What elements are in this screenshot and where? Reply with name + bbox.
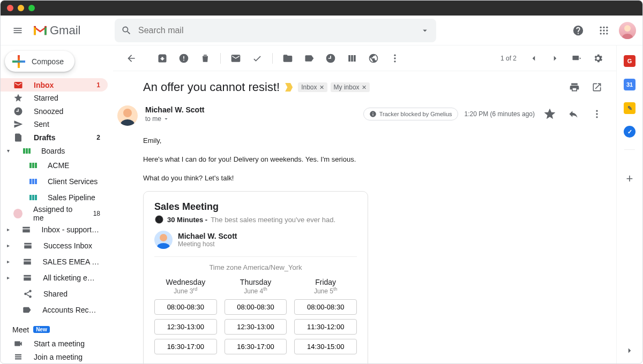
report-spam-button[interactable]: [174, 49, 193, 68]
svg-point-1: [603, 26, 604, 28]
search-input[interactable]: [138, 26, 414, 35]
sidebar-item-shared[interactable]: ▸SALES EMEA Inbox: [1, 254, 108, 270]
sidebar-item-snoozed[interactable]: Snoozed: [1, 104, 108, 118]
labels-button[interactable]: [300, 49, 319, 68]
calendar-addon-icon[interactable]: 31: [624, 79, 635, 90]
caret-down-icon: ▾: [7, 148, 12, 154]
toolbar: 1 of 2: [113, 46, 616, 71]
keep-addon-icon[interactable]: ✎: [624, 102, 635, 114]
input-tools-button[interactable]: [567, 49, 586, 68]
time-slot-button[interactable]: 11:30-12:00: [294, 319, 357, 335]
time-slot-button[interactable]: 14:30-15:00: [294, 339, 357, 354]
window-maximize-button[interactable]: [28, 5, 35, 11]
collapse-rail-button[interactable]: [625, 346, 634, 357]
sidebar-item-starred[interactable]: Starred: [1, 92, 108, 105]
drafts-count: 2: [96, 134, 100, 141]
reply-button[interactable]: [565, 105, 582, 123]
sidebar-item-assigned[interactable]: Assigned to me 18: [1, 206, 108, 222]
meet-section-header: Meet New: [1, 318, 113, 337]
sidebar-item-shared[interactable]: Shared: [1, 286, 108, 302]
back-button[interactable]: [122, 49, 141, 68]
search-bar[interactable]: [115, 19, 436, 42]
compose-button[interactable]: Compose: [5, 51, 74, 72]
get-addons-button[interactable]: +: [626, 172, 633, 186]
timestamp: 1:20 PM (6 minutes ago): [465, 110, 535, 118]
sidebar-item-drafts[interactable]: Drafts 2: [1, 131, 108, 145]
delete-button[interactable]: [196, 49, 215, 68]
recipient-line[interactable]: to me: [145, 115, 356, 123]
search-dropdown-icon[interactable]: [420, 26, 430, 35]
time-slot-button[interactable]: 16:30-17:00: [225, 339, 287, 354]
sender-avatar[interactable]: [117, 105, 138, 126]
board-icon: [29, 163, 37, 168]
apps-grid-button[interactable]: [593, 20, 615, 41]
time-slot-button[interactable]: 12:30-13:00: [225, 319, 287, 335]
snooze2-button[interactable]: [321, 49, 340, 68]
sidebar-board-item[interactable]: Sales Pipeline: [1, 189, 108, 206]
sidebar-item-label: All ticketing emails: [43, 274, 100, 282]
sidebar-item-shared[interactable]: Accounts Receivable: [1, 302, 108, 318]
sidebar-item-boards[interactable]: ▾ Boards: [1, 144, 108, 157]
share-button[interactable]: [364, 49, 383, 68]
sidebar-item-shared[interactable]: ▸All ticketing emails: [1, 270, 108, 286]
sidebar-board-item[interactable]: Client Services: [1, 173, 108, 189]
window-minimize-button[interactable]: [18, 5, 24, 11]
tasks-addon-icon[interactable]: ✓: [624, 126, 635, 138]
right-rail: G 31 ✎ ✓ +: [617, 46, 642, 363]
print-button[interactable]: [566, 79, 583, 96]
next-message-button[interactable]: [545, 49, 565, 68]
sidebar-item-label: Client Services: [48, 177, 98, 186]
main-menu-button[interactable]: [7, 20, 28, 41]
more-button[interactable]: [385, 49, 405, 68]
support-button[interactable]: [567, 20, 589, 41]
sender-name: Michael W. Scott: [145, 105, 356, 114]
email-body: Emily,Here's what I can do for you! Deli…: [143, 135, 605, 184]
sidebar-item-label: SALES EMEA Inbox: [43, 257, 100, 266]
archive-button[interactable]: [153, 49, 172, 68]
compose-label: Compose: [32, 57, 64, 66]
gmelius-addon-icon[interactable]: G: [624, 55, 635, 67]
snooze-button[interactable]: [248, 49, 267, 68]
message-more-button[interactable]: [588, 105, 605, 123]
titlebar: [1, 1, 642, 16]
prev-message-button[interactable]: [524, 49, 543, 68]
svg-point-2: [606, 26, 608, 28]
sidebar-item-sent[interactable]: Sent: [1, 118, 108, 131]
window-close-button[interactable]: [7, 5, 13, 11]
sidebar-item-label: Shared: [43, 290, 68, 298]
sidebar-item-inbox[interactable]: Inbox 1: [1, 78, 108, 92]
sidebar-board-item[interactable]: ACME: [1, 157, 108, 173]
move-to-button[interactable]: [278, 49, 297, 68]
meeting-card: Sales Meeting 30 Minutes - The best sale…: [143, 191, 368, 363]
mark-unread-button[interactable]: [226, 49, 245, 68]
sidebar-item-shared[interactable]: ▸Inbox - support-acme@g…: [1, 222, 108, 238]
gmail-logo[interactable]: Gmail: [33, 24, 110, 37]
account-avatar[interactable]: [619, 22, 636, 39]
sidebar-item-start-meeting[interactable]: Start a meeting: [1, 337, 108, 351]
sidebar-item-join-meeting[interactable]: Join a meeting: [1, 350, 108, 363]
label-chip[interactable]: My inbox✕: [331, 82, 370, 92]
sidebar-item-label: ACME: [48, 161, 69, 170]
remove-label-icon[interactable]: ✕: [362, 84, 367, 91]
time-slot-button[interactable]: 08:00-08:30: [154, 299, 217, 315]
time-slot-button[interactable]: 12:30-13:00: [154, 319, 217, 335]
boards-icon: [23, 148, 31, 154]
host-avatar: [154, 231, 173, 249]
importance-marker-icon[interactable]: [285, 83, 293, 92]
time-slot-button[interactable]: 16:30-17:00: [154, 339, 217, 354]
add-to-board-button[interactable]: [342, 49, 362, 68]
time-slot-button[interactable]: 08:00-08:30: [294, 299, 357, 315]
svg-point-11: [29, 295, 32, 298]
settings-button[interactable]: [588, 49, 608, 68]
see-more-slots-link[interactable]: See more slots: [300, 362, 346, 363]
label-chip[interactable]: Inbox✕: [298, 82, 327, 92]
time-slot-button[interactable]: 08:00-08:30: [225, 299, 287, 315]
svg-point-20: [596, 113, 597, 115]
search-icon: [121, 25, 132, 36]
star-button[interactable]: [541, 105, 558, 123]
remove-label-icon[interactable]: ✕: [319, 84, 324, 91]
tracker-blocked-pill[interactable]: Tracker blocked by Gmelius: [363, 108, 458, 120]
sidebar-item-shared[interactable]: ▸Success Inbox: [1, 238, 108, 254]
svg-point-4: [603, 29, 604, 31]
open-new-window-button[interactable]: [588, 79, 605, 96]
